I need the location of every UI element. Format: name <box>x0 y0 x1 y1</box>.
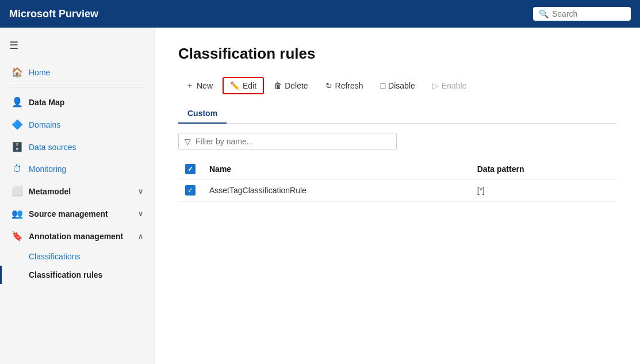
refresh-icon: ↻ <box>325 81 332 90</box>
sidebar: ☰ 🏠 Home 👤 Data Map 🔷 Domains 🗄️ Data so… <box>0 28 155 364</box>
new-button-label: New <box>197 81 213 90</box>
delete-button[interactable]: 🗑 Delete <box>266 77 315 94</box>
new-button[interactable]: ＋ New <box>178 76 220 95</box>
main-layout: ☰ 🏠 Home 👤 Data Map 🔷 Domains 🗄️ Data so… <box>0 28 640 364</box>
sidebar-item-source-management[interactable]: 👥 Source management ∨ <box>0 202 155 225</box>
disable-button[interactable]: □ Disable <box>373 77 423 94</box>
source-management-icon: 👥 <box>12 208 23 219</box>
sidebar-item-classifications[interactable]: Classifications <box>0 247 155 266</box>
sidebar-item-domains-label: Domains <box>29 120 60 129</box>
search-icon: 🔍 <box>539 9 549 18</box>
filter-input[interactable] <box>196 137 390 146</box>
metamodel-chevron: ∨ <box>138 187 143 196</box>
metamodel-icon: ⬜ <box>12 186 23 197</box>
delete-button-label: Delete <box>285 81 308 90</box>
search-box[interactable]: 🔍 <box>533 7 631 21</box>
sidebar-section-data-map[interactable]: 👤 Data Map <box>0 91 155 113</box>
tabs: Custom <box>178 104 617 124</box>
data-sources-icon: 🗄️ <box>12 141 23 152</box>
sidebar-item-annotation-management[interactable]: 🔖 Annotation management ∧ <box>0 225 155 247</box>
row-checkbox-cell: ✓ <box>178 179 202 202</box>
data-table: ✓ Name Data pattern ✓ AssetTagClassifica… <box>178 159 617 202</box>
edit-icon: ✏️ <box>230 81 240 90</box>
header-checkbox[interactable]: ✓ <box>185 164 196 174</box>
refresh-button[interactable]: ↻ Refresh <box>318 77 371 94</box>
sidebar-item-monitoring[interactable]: ⏱ Monitoring <box>0 158 155 180</box>
sidebar-section-data-map-label: Data Map <box>29 98 64 107</box>
annotation-management-chevron: ∧ <box>138 232 143 240</box>
table-row: ✓ AssetTagClassificationRule [*] <box>178 179 617 202</box>
toolbar: ＋ New ✏️ Edit 🗑 Delete ↻ Refresh □ Disa <box>178 76 617 95</box>
header-checkbox-cell: ✓ <box>178 159 202 179</box>
sidebar-item-data-sources[interactable]: 🗄️ Data sources <box>0 136 155 158</box>
sidebar-item-annotation-management-label: Annotation management <box>29 232 123 241</box>
edit-button[interactable]: ✏️ Edit <box>223 77 264 94</box>
disable-icon: □ <box>381 81 385 90</box>
filter-icon: ▽ <box>185 137 191 146</box>
enable-button-label: Enable <box>442 81 467 90</box>
row-data-pattern: [*] <box>470 179 617 202</box>
home-icon: 🏠 <box>12 67 23 78</box>
tab-custom-label: Custom <box>187 109 217 118</box>
sidebar-item-metamodel-label: Metamodel <box>29 187 71 196</box>
domains-icon: 🔷 <box>12 119 23 130</box>
monitoring-icon: ⏱ <box>12 164 23 174</box>
hamburger-icon[interactable]: ☰ <box>0 35 155 61</box>
source-management-chevron: ∨ <box>138 210 143 218</box>
enable-button: ▷ Enable <box>425 77 474 94</box>
tab-custom[interactable]: Custom <box>178 104 227 124</box>
row-name: AssetTagClassificationRule <box>202 179 470 202</box>
filter-box[interactable]: ▽ <box>178 133 397 150</box>
delete-icon: 🗑 <box>274 81 282 90</box>
app-title: Microsoft Purview <box>9 8 533 20</box>
column-name: Name <box>202 159 470 179</box>
sidebar-item-classification-rules[interactable]: Classification rules <box>0 266 155 284</box>
enable-icon: ▷ <box>432 81 439 90</box>
sidebar-item-metamodel[interactable]: ⬜ Metamodel ∨ <box>0 180 155 202</box>
sidebar-divider-1 <box>9 87 145 87</box>
sidebar-item-classification-rules-label: Classification rules <box>29 270 102 279</box>
table-header-row: ✓ Name Data pattern <box>178 159 617 179</box>
sidebar-item-domains[interactable]: 🔷 Domains <box>0 113 155 136</box>
row-checkbox[interactable]: ✓ <box>185 185 196 196</box>
edit-button-label: Edit <box>243 81 256 90</box>
data-map-icon: 👤 <box>12 97 23 108</box>
new-icon: ＋ <box>186 81 194 91</box>
sidebar-item-data-sources-label: Data sources <box>29 143 76 152</box>
disable-button-label: Disable <box>388 81 415 90</box>
sidebar-item-source-management-label: Source management <box>29 209 108 219</box>
sidebar-item-home[interactable]: 🏠 Home <box>0 61 155 83</box>
topbar: Microsoft Purview 🔍 <box>0 0 640 28</box>
content-area: Classification rules ＋ New ✏️ Edit 🗑 Del… <box>155 28 640 364</box>
sidebar-item-home-label: Home <box>29 68 50 77</box>
search-input[interactable] <box>552 9 625 18</box>
sidebar-item-classifications-label: Classifications <box>29 252 80 261</box>
column-data-pattern: Data pattern <box>470 159 617 179</box>
annotation-management-icon: 🔖 <box>12 231 23 242</box>
sidebar-item-monitoring-label: Monitoring <box>29 164 66 174</box>
page-title: Classification rules <box>178 45 617 63</box>
refresh-button-label: Refresh <box>335 81 363 90</box>
